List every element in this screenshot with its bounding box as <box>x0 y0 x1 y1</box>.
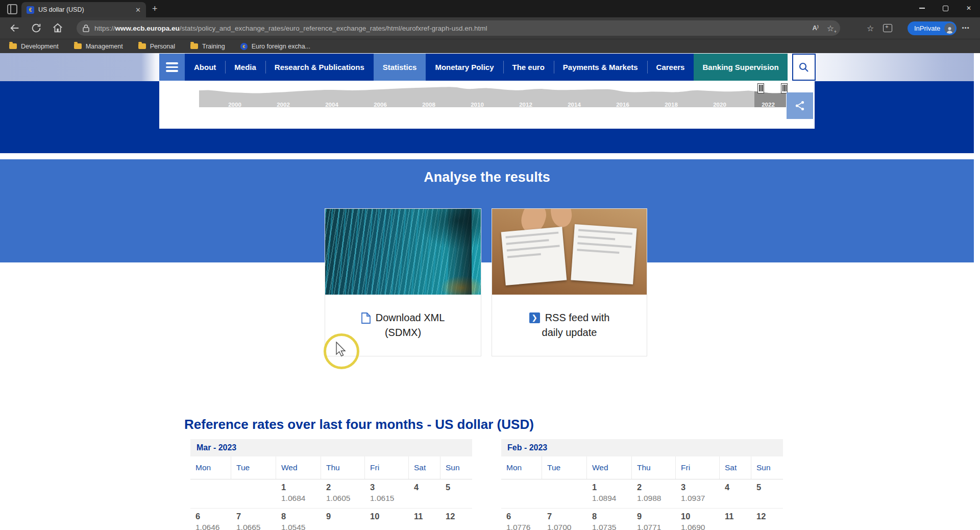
documents-desk-image <box>492 209 647 295</box>
tab-close-icon[interactable]: ✕ <box>135 6 141 14</box>
nav-item-media[interactable]: Media <box>225 54 265 81</box>
range-slider-left-handle[interactable] <box>757 83 764 93</box>
paper-sheet <box>571 224 636 284</box>
hamburger-menu-icon[interactable] <box>159 54 185 81</box>
search-button[interactable] <box>792 54 816 81</box>
rss-feed-label: ❯ RSS feed with daily update <box>529 310 610 340</box>
weekday-cell: Tue <box>231 456 276 479</box>
window-minimize-button[interactable] <box>910 0 934 16</box>
add-favorite-icon[interactable]: ☆ <box>827 23 834 33</box>
nav-item-statistics[interactable]: Statistics <box>374 54 426 81</box>
bookmarks-bar: Development Management Personal Training… <box>0 39 980 53</box>
weekday-cell: Fri <box>365 456 409 479</box>
calendar-day-cell <box>542 479 587 508</box>
document-icon <box>361 312 371 324</box>
weekday-cell: Fri <box>676 456 720 479</box>
calendar-day-cell: 71.0665 <box>231 509 276 530</box>
lock-icon <box>83 24 89 32</box>
nav-item-research-publications[interactable]: Research & Publications <box>265 54 374 81</box>
inprivate-badge[interactable]: InPrivate <box>908 21 957 35</box>
favorites-icon[interactable]: ☆ <box>867 23 874 33</box>
weekday-cell: Sun <box>440 456 472 479</box>
weekday-cell: Wed <box>587 456 632 479</box>
calendar-day-cell: 5 <box>751 479 783 508</box>
read-aloud-icon[interactable]: A) <box>813 24 819 32</box>
calendar-march-2023: Mar - 2023 Mon Tue Wed Thu Fri Sat Sun 1… <box>190 439 472 530</box>
calendar-month-title: Mar - 2023 <box>190 439 472 456</box>
collections-icon[interactable] <box>883 24 892 32</box>
inprivate-label: InPrivate <box>914 25 940 32</box>
calendar-day-cell: 9 <box>321 509 365 530</box>
calendar-day-cell: 61.0776 <box>501 509 542 530</box>
browser-tab[interactable]: € US dollar (USD) ✕ <box>21 2 146 17</box>
browser-tab-strip: € US dollar (USD) ✕ + ✕ <box>0 0 980 17</box>
nav-items: About Media Research & Publications Stat… <box>185 54 694 81</box>
home-icon[interactable] <box>52 22 63 34</box>
tab-workspaces-icon[interactable] <box>7 4 17 14</box>
calendar-week-row: 61.0776 71.0700 81.0735 91.0771 101.0690… <box>501 509 783 530</box>
search-icon <box>798 62 810 73</box>
weekday-cell: Thu <box>321 456 365 479</box>
window-close-button[interactable]: ✕ <box>957 0 980 16</box>
weekday-cell: Thu <box>632 456 676 479</box>
calendar-day-cell: 11.0684 <box>276 479 321 508</box>
share-icon <box>794 100 806 112</box>
calendar-day-cell: 21.0605 <box>321 479 365 508</box>
calendar-day-cell <box>501 479 542 508</box>
calendar-day-cell: 81.0545 <box>276 509 321 530</box>
calendar-day-cell: 10 <box>365 509 409 530</box>
calendar-week-row: 61.0646 71.0665 81.0545 9 10 11 12 <box>190 509 472 530</box>
bookmark-folder-development[interactable]: Development <box>9 43 59 50</box>
address-bar[interactable]: https://www.ecb.europa.eu/stats/policy_a… <box>77 20 840 36</box>
nav-item-monetary-policy[interactable]: Monetary Policy <box>426 54 503 81</box>
window-restore-button[interactable] <box>934 0 957 16</box>
share-button[interactable] <box>787 92 813 119</box>
rss-feed-card[interactable]: ❯ RSS feed with daily update <box>492 208 647 356</box>
bookmark-folder-management[interactable]: Management <box>74 43 123 50</box>
calendar-week-row: 11.0894 21.0988 31.0937 4 5 <box>501 479 783 509</box>
calendar-day-cell: 91.0771 <box>632 509 676 530</box>
folder-icon <box>138 43 146 49</box>
folder-icon <box>74 43 82 49</box>
folder-icon <box>190 43 198 49</box>
calendar-weekday-header: Mon Tue Wed Thu Fri Sat Sun <box>501 456 783 479</box>
calendar-day-cell: 4 <box>409 479 440 508</box>
reference-rates-heading: Reference rates over last four months - … <box>184 417 534 432</box>
bookmark-folder-training[interactable]: Training <box>190 43 225 50</box>
calendar-day-cell: 11 <box>409 509 440 530</box>
toolbar-right-icons: ☆ <box>867 17 892 39</box>
calendar-day-cell: 12 <box>751 509 783 530</box>
calendar-month-title: Feb - 2023 <box>501 439 783 456</box>
refresh-icon[interactable] <box>31 22 42 34</box>
bookmark-euro-exchange[interactable]: €Euro foreign excha... <box>240 43 310 50</box>
download-xml-card[interactable]: Download XML (SDMX) <box>325 208 481 356</box>
calendar-day-cell: 101.0690 <box>676 509 720 530</box>
nav-item-payments-markets[interactable]: Payments & Markets <box>554 54 647 81</box>
nav-item-the-euro[interactable]: The euro <box>503 54 554 81</box>
calendar-day-cell: 71.0700 <box>542 509 587 530</box>
weekday-cell: Tue <box>542 456 587 479</box>
tab-title: US dollar (USD) <box>38 6 132 13</box>
calendar-february-2023: Feb - 2023 Mon Tue Wed Thu Fri Sat Sun 1… <box>501 439 783 530</box>
calendar-week-row: 11.0684 21.0605 31.0615 4 5 <box>190 479 472 509</box>
hand-shape <box>549 209 574 229</box>
bookmark-folder-personal[interactable]: Personal <box>138 43 175 50</box>
settings-menu-icon[interactable]: ⋯ <box>962 23 970 33</box>
weekday-cell: Sat <box>720 456 751 479</box>
calendar-day-cell: 21.0988 <box>632 479 676 508</box>
weekday-cell: Mon <box>190 456 231 479</box>
euro-favicon: € <box>240 43 248 50</box>
nav-item-careers[interactable]: Careers <box>647 54 694 81</box>
range-slider-right-handle[interactable] <box>781 83 788 93</box>
weekday-cell: Sat <box>409 456 440 479</box>
chevron-right-icon: ❯ <box>529 312 540 323</box>
main-navigation: About Media Research & Publications Stat… <box>159 54 816 81</box>
ecb-favicon: € <box>27 6 34 14</box>
calendar-day-cell: 11.0894 <box>587 479 632 508</box>
new-tab-button[interactable]: + <box>152 4 158 13</box>
nav-item-banking-supervision[interactable]: Banking Supervision <box>694 54 787 81</box>
analyse-results-title: Analyse the results <box>0 170 974 185</box>
back-icon[interactable] <box>9 22 20 34</box>
page-viewport: About Media Research & Publications Stat… <box>0 53 974 530</box>
nav-item-about[interactable]: About <box>185 54 225 81</box>
